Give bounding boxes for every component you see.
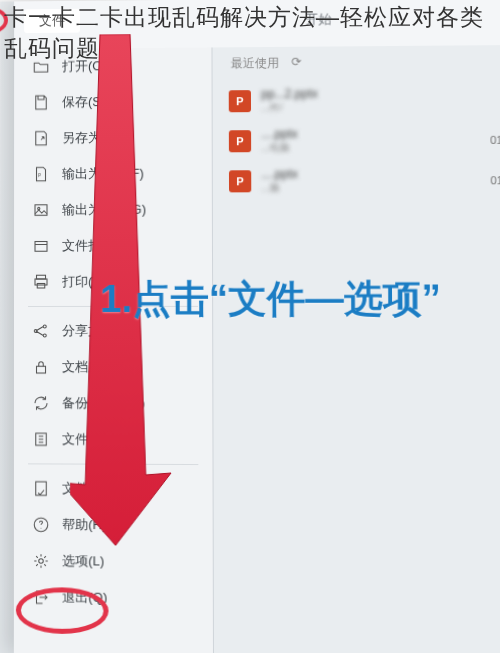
menu-backup[interactable]: 备份与恢复(K) <box>14 385 212 422</box>
save-as-icon <box>32 129 50 147</box>
files-list: P pp...2.pptx ...件/ 今 P ....pptx ...电脑 0… <box>213 79 500 201</box>
file-date: 01 D <box>490 134 500 146</box>
svg-rect-6 <box>37 283 45 288</box>
finalize-icon <box>32 479 50 497</box>
lock-icon <box>32 358 50 376</box>
screenshot-photo: 文件 开始 打开(O) 保存(S) 另存为(A) P 输出为PDF(F) <box>0 0 500 653</box>
file-name: ....pptx <box>261 167 298 181</box>
menu-encrypt[interactable]: 文档加密(E) <box>14 349 212 385</box>
refresh-icon[interactable]: ⟳ <box>291 55 301 69</box>
menu-label: 分享文档(D) <box>62 322 132 340</box>
file-subpath: ...电脑 <box>261 141 298 155</box>
menu-label: 输出为PDF(F) <box>62 165 144 183</box>
menu-label: 备份与恢复(K) <box>62 394 145 412</box>
pptx-icon: P <box>229 130 251 152</box>
folder-open-icon <box>32 58 50 76</box>
menu-options[interactable]: 选项(L) <box>14 543 213 581</box>
save-icon <box>32 93 50 111</box>
menu-open[interactable]: 打开(O) <box>14 47 211 84</box>
menu-label: 打印(P) <box>62 273 106 291</box>
file-subpath: ...件/ <box>261 101 318 115</box>
compress-icon <box>32 430 50 448</box>
menu-export-image[interactable]: 输出为图片(G) <box>14 191 212 228</box>
svg-rect-7 <box>37 366 46 373</box>
file-date: 01 D <box>490 174 500 186</box>
svg-point-10 <box>34 518 48 532</box>
backup-icon <box>32 394 50 412</box>
start-tab-label: 开始 <box>305 11 331 26</box>
svg-rect-3 <box>35 242 47 252</box>
menu-label: 文档加密(E) <box>62 358 132 376</box>
menu-label: 打开(O) <box>62 57 107 75</box>
app-window: 文件 开始 打开(O) 保存(S) 另存为(A) P 输出为PDF(F) <box>14 0 500 653</box>
file-subpath: ...脑 <box>261 181 298 195</box>
menu-label: 文档定稿 <box>62 480 114 498</box>
menu-export-pdf[interactable]: P 输出为PDF(F) <box>14 155 212 192</box>
menu-label: 另存为(A) <box>62 129 118 147</box>
svg-text:P: P <box>38 173 41 178</box>
svg-rect-4 <box>37 275 46 279</box>
menu-slim[interactable]: 文件瘦身 <box>14 421 213 458</box>
menu-help[interactable]: 帮助(H) <box>14 507 213 544</box>
menu-label: 输出为图片(G) <box>62 201 146 219</box>
recent-files-label: 最近使用 <box>231 55 280 72</box>
file-row[interactable]: P pp...2.pptx ...件/ 今 <box>213 79 500 121</box>
menu-finalize[interactable]: 文档定稿 <box>14 470 213 507</box>
image-icon <box>32 201 50 219</box>
pptx-icon: P <box>229 90 251 112</box>
menu-save-as[interactable]: 另存为(A) <box>14 119 212 156</box>
menu-label: 文件瘦身 <box>62 430 114 448</box>
file-tab-label: 文件 <box>39 12 65 30</box>
pptx-icon: P <box>229 170 251 192</box>
file-menu-tab[interactable]: 文件 <box>24 9 80 33</box>
package-icon <box>32 237 50 255</box>
menu-label: 帮助(H) <box>62 516 106 534</box>
start-tab[interactable]: 开始 <box>305 10 331 28</box>
annotation-circle-file <box>0 3 8 37</box>
menu-save[interactable]: 保存(S) <box>14 83 212 120</box>
svg-rect-1 <box>35 205 47 216</box>
pdf-icon: P <box>32 165 50 183</box>
menu-label: 文件打包(R) <box>62 237 132 255</box>
file-row[interactable]: P ....pptx ...脑 01 D <box>213 160 500 202</box>
print-icon <box>32 273 50 291</box>
file-name: pp...2.pptx <box>261 87 318 101</box>
help-icon <box>32 516 50 534</box>
share-icon <box>32 322 50 340</box>
file-row[interactable]: P ....pptx ...电脑 01 D <box>213 120 500 162</box>
instruction-overlay: 1.点击“文件—选项” <box>100 277 500 321</box>
file-menu-sidebar: 打开(O) 保存(S) 另存为(A) P 输出为PDF(F) 输出为图片(G) … <box>14 47 214 653</box>
annotation-circle-options <box>16 587 109 634</box>
menu-package[interactable]: 文件打包(R) <box>14 228 212 264</box>
gear-icon <box>32 552 50 570</box>
menu-divider <box>28 463 198 465</box>
file-name: ....pptx <box>261 127 298 141</box>
menu-label: 选项(L) <box>62 552 104 570</box>
recent-files-panel: 最近使用 ⟳ P pp...2.pptx ...件/ 今 P ....pptx … <box>212 45 500 653</box>
svg-point-11 <box>39 559 44 564</box>
menu-label: 保存(S) <box>62 93 105 111</box>
